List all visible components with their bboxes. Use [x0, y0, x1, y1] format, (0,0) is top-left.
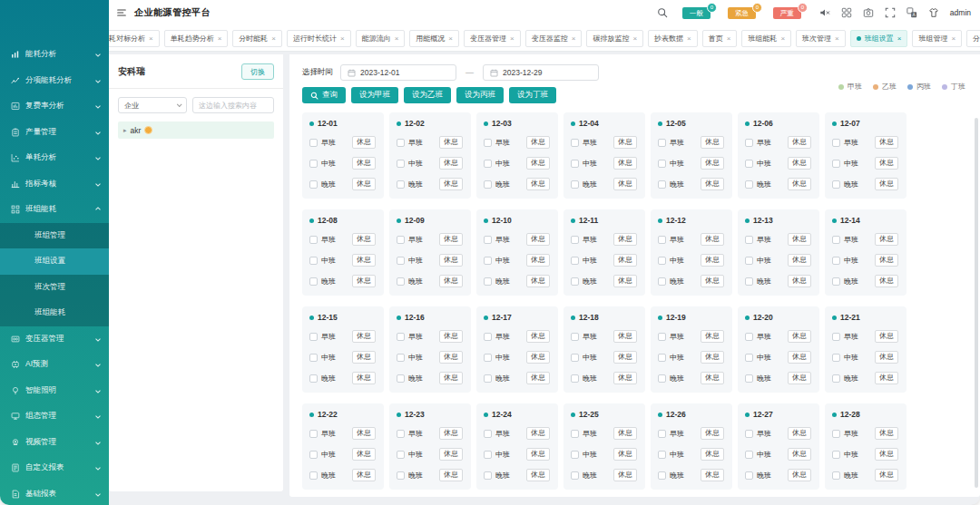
shift-checkbox[interactable] [571, 180, 579, 189]
sidebar-item-视频管理[interactable]: 视频管理 [0, 430, 109, 456]
rest-button[interactable]: 休息 [701, 330, 724, 343]
shift-checkbox[interactable] [745, 354, 753, 362]
shift-checkbox[interactable] [745, 333, 753, 341]
shift-checkbox[interactable] [397, 277, 405, 286]
rest-button[interactable]: 休息 [613, 136, 637, 149]
start-date-input[interactable]: 2023-12-01 [340, 64, 456, 81]
shift-checkbox[interactable] [397, 471, 405, 480]
tab-耗对标分析[interactable]: 耗对标分析× [109, 30, 160, 47]
rest-button[interactable]: 休息 [352, 254, 376, 267]
shift-checkbox[interactable] [484, 139, 492, 147]
rest-button[interactable]: 休息 [526, 275, 550, 287]
rest-button[interactable]: 休息 [788, 351, 811, 364]
shift-checkbox[interactable] [484, 451, 492, 459]
rest-button[interactable]: 休息 [788, 427, 811, 440]
tab-班组能耗[interactable]: 班组能耗× [741, 30, 791, 47]
shift-checkbox[interactable] [658, 277, 666, 286]
shift-checkbox[interactable] [571, 471, 579, 480]
rest-button[interactable]: 休息 [613, 233, 637, 246]
shift-checkbox[interactable] [571, 354, 579, 362]
shift-checkbox[interactable] [309, 333, 318, 341]
tab-close-icon[interactable]: × [218, 34, 222, 43]
shift-checkbox[interactable] [397, 180, 405, 189]
rest-button[interactable]: 休息 [439, 448, 463, 461]
rest-button[interactable]: 休息 [875, 427, 898, 440]
shift-checkbox[interactable] [832, 333, 840, 341]
set-shift-button-设为乙班[interactable]: 设为乙班 [404, 87, 451, 103]
rest-button[interactable]: 休息 [526, 136, 550, 149]
tab-close-icon[interactable]: × [897, 34, 902, 43]
user-name[interactable]: admin [950, 8, 971, 17]
theme-skin-icon[interactable] [928, 7, 939, 18]
rest-button[interactable]: 休息 [613, 427, 637, 440]
shift-checkbox[interactable] [309, 236, 318, 244]
sidebar-subitem-班组管理[interactable]: 班组管理 [0, 223, 109, 249]
shift-checkbox[interactable] [745, 139, 753, 147]
tab-变压器管理[interactable]: 变压器管理× [464, 30, 521, 47]
tab-close-icon[interactable]: × [727, 34, 731, 43]
shift-checkbox[interactable] [571, 277, 579, 286]
shift-checkbox[interactable] [832, 180, 840, 189]
shift-checkbox[interactable] [658, 236, 666, 244]
shift-checkbox[interactable] [484, 471, 492, 480]
rest-button[interactable]: 休息 [613, 275, 637, 287]
rest-button[interactable]: 休息 [701, 372, 724, 384]
tab-close-icon[interactable]: × [687, 34, 691, 43]
tab-抄表数据[interactable]: 抄表数据× [648, 30, 698, 47]
rest-button[interactable]: 休息 [701, 254, 724, 267]
rest-button[interactable]: 休息 [875, 448, 898, 461]
sidebar-item-单耗分析[interactable]: 单耗分析 [0, 145, 109, 171]
rest-button[interactable]: 休息 [613, 178, 637, 190]
shift-checkbox[interactable] [309, 160, 318, 168]
rest-button[interactable]: 休息 [613, 254, 637, 267]
shift-checkbox[interactable] [309, 257, 318, 265]
rest-button[interactable]: 休息 [439, 157, 463, 170]
tab-班组管理[interactable]: 班组管理× [912, 30, 962, 47]
shift-checkbox[interactable] [658, 374, 666, 383]
tab-close-icon[interactable]: × [780, 34, 785, 43]
shift-checkbox[interactable] [484, 257, 492, 265]
rest-button[interactable]: 休息 [788, 372, 811, 384]
shift-checkbox[interactable] [832, 277, 840, 286]
shift-checkbox[interactable] [658, 139, 666, 147]
shift-checkbox[interactable] [571, 257, 579, 265]
set-shift-button-设为甲班[interactable]: 设为甲班 [351, 87, 398, 103]
tab-close-icon[interactable]: × [572, 34, 576, 43]
tab-close-icon[interactable]: × [395, 34, 399, 43]
tab-单耗趋势分析[interactable]: 单耗趋势分析× [164, 30, 229, 47]
tab-运行时长统计[interactable]: 运行时长统计× [287, 30, 351, 47]
rest-button[interactable]: 休息 [875, 351, 898, 364]
shift-checkbox[interactable] [745, 430, 753, 438]
tab-close-icon[interactable]: × [951, 34, 956, 43]
shift-checkbox[interactable] [397, 236, 405, 244]
tree-search-input[interactable] [192, 97, 274, 113]
language-icon[interactable]: A [906, 7, 917, 18]
shift-checkbox[interactable] [309, 471, 318, 480]
rest-button[interactable]: 休息 [439, 469, 463, 481]
tab-能源流向[interactable]: 能源流向× [356, 30, 406, 47]
shift-checkbox[interactable] [309, 451, 318, 459]
rest-button[interactable]: 休息 [875, 157, 898, 170]
rest-button[interactable]: 休息 [788, 469, 811, 481]
sidebar-item-基础报表[interactable]: 基础报表 [0, 481, 109, 505]
shift-checkbox[interactable] [832, 236, 840, 244]
tab-班次管理[interactable]: 班次管理× [796, 30, 846, 47]
rest-button[interactable]: 休息 [352, 372, 376, 384]
shift-checkbox[interactable] [658, 160, 666, 168]
rest-button[interactable]: 休息 [526, 157, 550, 170]
rest-button[interactable]: 休息 [352, 427, 376, 440]
tab-close-icon[interactable]: × [510, 34, 514, 43]
shift-checkbox[interactable] [658, 430, 666, 438]
rest-button[interactable]: 休息 [613, 448, 637, 461]
sidebar-item-复费率分析[interactable]: 复费率分析 [0, 93, 109, 120]
rest-button[interactable]: 休息 [788, 136, 811, 149]
shift-checkbox[interactable] [745, 180, 753, 189]
sidebar-item-指标考核[interactable]: 指标考核 [0, 171, 109, 198]
rest-button[interactable]: 休息 [439, 372, 463, 384]
shift-checkbox[interactable] [571, 236, 579, 244]
rest-button[interactable]: 休息 [613, 372, 637, 384]
rest-button[interactable]: 休息 [701, 178, 724, 190]
tab-close-icon[interactable]: × [632, 34, 637, 43]
rest-button[interactable]: 休息 [439, 233, 463, 246]
rest-button[interactable]: 休息 [875, 178, 898, 190]
